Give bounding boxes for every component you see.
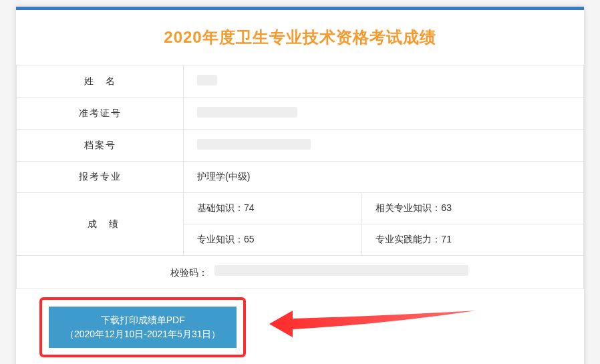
row-major: 报考专业 护理学(中级) [17,162,584,193]
value-ticket [184,98,584,130]
score-related: 相关专业知识：63 [362,193,584,224]
value-name [184,65,584,98]
label-file: 档案号 [17,130,184,162]
value-major: 护理学(中级) [184,162,584,193]
download-pdf-button[interactable]: 下载打印成绩单PDF （2020年12月10日-2021年5月31日） [49,307,237,348]
arrow-icon [263,304,483,347]
download-line1: 下载打印成绩单PDF [65,313,220,327]
row-file: 档案号 [17,130,584,162]
row-checksum: 校验码： [17,256,584,289]
result-card: 2020年度卫生专业技术资格考试成绩 姓 名 准考证号 档案号 报考专业 护理学… [16,7,584,364]
label-ticket: 准考证号 [17,98,184,130]
highlight-box: 下载打印成绩单PDF （2020年12月10日-2021年5月31日） [39,297,246,357]
row-score-1: 成 绩 基础知识：74 相关专业知识：63 [17,193,584,224]
score-pro: 专业知识：65 [184,224,362,256]
label-score: 成 绩 [17,193,184,256]
label-checksum: 校验码： [170,267,208,279]
redacted-checksum [214,265,468,276]
result-table: 姓 名 准考证号 档案号 报考专业 护理学(中级) 成 绩 基础知识：74 相关… [16,65,584,289]
value-file [184,130,584,162]
page-title: 2020年度卫生专业技术资格考试成绩 [16,10,584,65]
redacted-ticket [197,107,297,118]
row-name: 姓 名 [17,65,584,98]
checksum-cell: 校验码： [17,256,584,289]
score-basic: 基础知识：74 [184,193,362,224]
label-major: 报考专业 [17,162,184,193]
score-practice: 专业实践能力：71 [362,224,584,256]
row-ticket: 准考证号 [17,98,584,130]
download-line2: （2020年12月10日-2021年5月31日） [65,327,220,341]
redacted-file [197,139,311,150]
label-name: 姓 名 [17,65,184,98]
redacted-name [197,75,217,85]
